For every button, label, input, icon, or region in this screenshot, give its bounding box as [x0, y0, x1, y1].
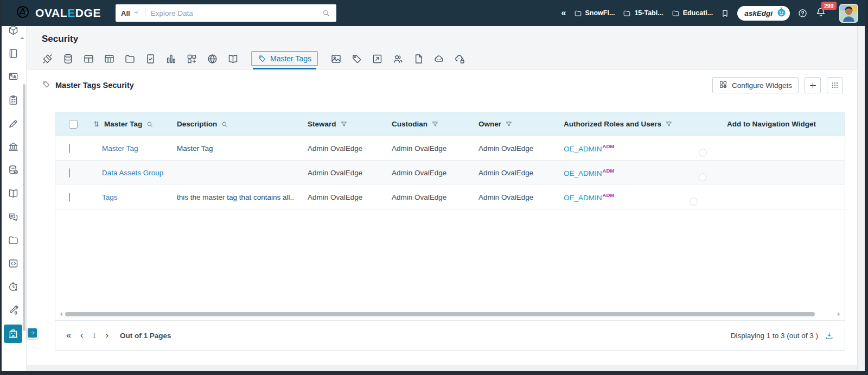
tab-files[interactable] — [124, 53, 136, 65]
tab-table-columns[interactable] — [104, 53, 115, 65]
hand-pen-icon — [8, 118, 19, 129]
tab-report-columns[interactable] — [186, 53, 197, 65]
caret-down-icon — [133, 9, 139, 16]
sidebar-item-catalog[interactable] — [0, 26, 27, 42]
column-filter-icon[interactable] — [431, 120, 439, 128]
owner-cell: Admin OvalEdge — [465, 193, 550, 201]
search-scope-select[interactable]: All — [116, 4, 145, 22]
window-edge-right — [865, 0, 868, 375]
authorized-cell: OE_ADMINADM — [550, 168, 698, 177]
file-check-icon — [145, 53, 156, 65]
people-icon — [392, 53, 404, 65]
tab-connectors[interactable] — [42, 53, 53, 65]
authorized-role-link[interactable]: OE_ADMINADM — [564, 194, 614, 202]
monitor-chart-icon — [8, 71, 19, 82]
select-all-checkbox[interactable] — [69, 120, 78, 129]
window-scrollbar-track — [857, 26, 865, 371]
column-search-icon[interactable] — [221, 120, 228, 128]
authorized-role-link[interactable]: OE_ADMINADM — [564, 169, 614, 177]
download-icon[interactable] — [825, 331, 834, 340]
tab-master-tags[interactable]: Master Tags — [251, 51, 318, 66]
next-page-button[interactable]: › — [106, 331, 108, 340]
authorized-role-link[interactable]: OE_ADMINADM — [564, 145, 614, 153]
row-checkbox[interactable] — [69, 193, 70, 202]
notebook-icon — [8, 48, 19, 59]
tab-documents[interactable] — [413, 53, 424, 65]
sort-icon[interactable] — [92, 120, 100, 128]
tab-domains[interactable] — [207, 53, 218, 65]
breadcrumb-item[interactable]: 15-Tabl... — [623, 9, 663, 17]
configure-widgets-button[interactable]: Configure Widgets — [712, 77, 799, 93]
authorized-cell: OE_ADMINADM — [550, 143, 698, 153]
scroll-right-icon[interactable] — [838, 312, 842, 316]
first-page-button[interactable]: « — [66, 331, 71, 340]
bookmark-icon[interactable] — [720, 9, 730, 18]
tab-users-roles[interactable] — [392, 53, 404, 65]
breadcrumb-collapse-icon[interactable]: « — [561, 9, 566, 17]
tab-reports[interactable] — [165, 53, 177, 65]
column-filter-icon[interactable] — [505, 120, 513, 128]
pages-label: Out of 1 Pages — [120, 332, 171, 340]
prev-page-button[interactable]: ‹ — [80, 331, 83, 340]
left-sidebar — [0, 26, 27, 371]
master-tag-link[interactable]: Data Assets Group — [102, 169, 163, 177]
widgets-icon — [719, 80, 727, 91]
table-row: Tagsthis the master tag that contains al… — [55, 185, 845, 209]
current-page-number[interactable]: 1 — [92, 332, 97, 340]
sidebar-item-notebook[interactable] — [0, 42, 27, 65]
horizontal-scrollbar-thumb[interactable] — [65, 312, 815, 316]
main-content: Security Master Tags Master Tags Securit… — [27, 26, 857, 365]
breadcrumb-label: SnowFl... — [585, 9, 615, 17]
sidebar-scrollbar[interactable] — [23, 84, 25, 331]
description-cell: this the master tag that contains all... — [164, 193, 294, 201]
ovaledge-logo-icon — [15, 4, 30, 22]
folder-icon — [8, 234, 19, 246]
clock-icon — [8, 281, 19, 293]
add-button[interactable] — [805, 77, 821, 93]
row-checkbox[interactable] — [69, 168, 70, 177]
master-tag-cell: Data Assets Group — [88, 169, 164, 177]
bottom-gutter — [27, 365, 865, 371]
help-icon[interactable] — [797, 8, 808, 18]
ovaledge-logo[interactable]: OVALEDGE — [15, 0, 101, 26]
grid-view-button[interactable] — [827, 77, 843, 93]
open-book-icon — [8, 188, 19, 199]
master-tags-table: Master TagDescriptionStewardCustodianOwn… — [55, 112, 845, 351]
scroll-left-icon[interactable] — [58, 312, 62, 316]
table-row: Master TagMaster TagAdmin OvalEdgeAdmin … — [55, 136, 845, 161]
column-filter-icon[interactable] — [665, 120, 673, 128]
column-filter-icon[interactable] — [340, 120, 348, 128]
master-tag-link[interactable]: Tags — [102, 193, 118, 201]
tab-api-security[interactable] — [454, 53, 465, 65]
tab-schemas[interactable] — [62, 53, 74, 65]
row-checkbox[interactable] — [69, 144, 70, 153]
breadcrumb-item[interactable]: SnowFl... — [574, 9, 615, 17]
search-icon[interactable] — [322, 9, 330, 17]
sidebar-expand-button[interactable] — [27, 327, 38, 339]
window-edge-bottom — [0, 371, 868, 375]
notifications-button[interactable]: 299 — [815, 7, 826, 20]
search-icon — [221, 120, 228, 128]
custodian-cell: Admin OvalEdge — [378, 169, 465, 177]
header-cell: Description — [164, 120, 294, 128]
table-icon — [83, 53, 94, 65]
section-actions: Configure Widgets — [712, 77, 843, 93]
tab-tags[interactable] — [351, 53, 362, 65]
search-input[interactable] — [145, 9, 322, 17]
tools-icon — [8, 304, 19, 316]
tab-file-columns[interactable] — [145, 53, 156, 65]
sidebar-scroll-up-icon[interactable] — [20, 35, 24, 39]
pagination-summary: Displaying 1 to 3 (out of 3 ) — [731, 331, 834, 340]
column-search-icon[interactable] — [146, 120, 154, 128]
tab-terms[interactable] — [227, 53, 239, 65]
tab-tables[interactable] — [83, 53, 94, 65]
download-icon — [825, 331, 834, 340]
database-check-icon — [8, 164, 19, 176]
tab-service-requests[interactable] — [372, 53, 383, 65]
tab-apis[interactable] — [433, 53, 445, 65]
breadcrumb-item[interactable]: Educati... — [672, 9, 713, 17]
master-tag-link[interactable]: Master Tag — [102, 144, 138, 152]
user-avatar[interactable] — [839, 4, 858, 23]
ask-edgi-button[interactable]: askEdgi — [737, 6, 790, 21]
tab-stories[interactable] — [330, 53, 342, 65]
